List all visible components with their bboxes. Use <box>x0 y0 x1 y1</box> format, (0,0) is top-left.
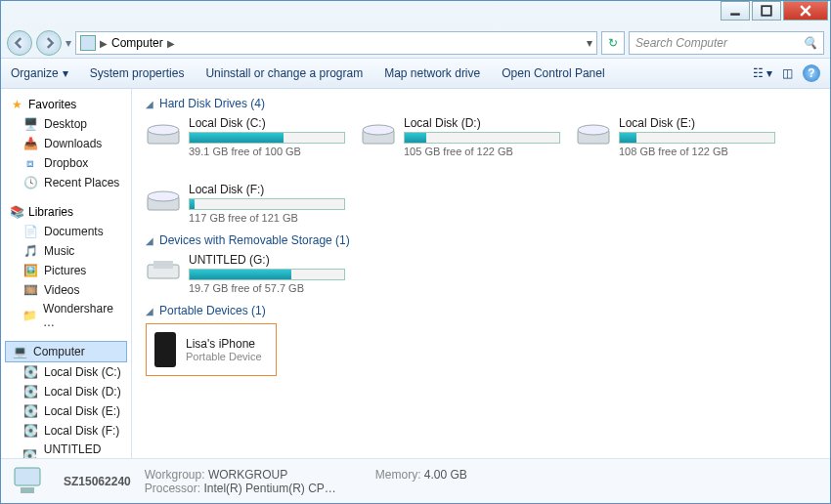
close-button[interactable] <box>783 1 828 21</box>
dropdown-icon[interactable]: ▾ <box>587 36 592 50</box>
sidebar: ★Favorites 🖥️Desktop 📥Downloads ⧈Dropbox… <box>1 89 132 458</box>
workgroup-label: Workgroup: <box>145 468 205 482</box>
group-hdd-header[interactable]: ◢Hard Disk Drives (4) <box>146 97 816 110</box>
sidebar-item-drive-g[interactable]: 💽UNTITLED (G:) <box>1 441 131 458</box>
organize-button[interactable]: Organize ▾ <box>11 66 68 80</box>
titlebar <box>1 1 830 28</box>
drive-free-text: 108 GB free of 122 GB <box>619 146 775 157</box>
sidebar-item-music[interactable]: 🎵Music <box>1 241 131 261</box>
portable-device-tile[interactable]: Lisa's iPhone Portable Device <box>146 323 277 376</box>
search-icon: 🔍 <box>803 36 817 50</box>
refresh-button[interactable]: ↻ <box>601 31 625 55</box>
computer-icon <box>11 464 50 499</box>
sidebar-item-drive-c[interactable]: 💽Local Disk (C:) <box>1 362 131 382</box>
sidebar-item-documents[interactable]: 📄Documents <box>1 222 131 241</box>
drive-tile[interactable]: Local Disk (C:) 39.1 GB free of 100 GB <box>146 116 331 157</box>
sidebar-item-drive-f[interactable]: 💽Local Disk (F:) <box>1 421 131 441</box>
sidebar-item-drive-d[interactable]: 💽Local Disk (D:) <box>1 382 131 401</box>
favorites-header[interactable]: ★Favorites <box>1 95 131 114</box>
drive-icon: 💽 <box>22 384 38 399</box>
folder-icon: 📁 <box>22 308 37 323</box>
drive-name: Local Disk (C:) <box>189 116 345 130</box>
iphone-icon <box>154 332 176 367</box>
maximize-button[interactable] <box>752 1 781 21</box>
back-button[interactable] <box>7 30 32 56</box>
status-bar: SZ15062240 Workgroup: WORKGROUP Processo… <box>1 458 830 503</box>
svg-rect-14 <box>15 468 40 485</box>
sidebar-item-dropbox[interactable]: ⧈Dropbox <box>1 153 131 173</box>
drive-icon <box>146 116 181 151</box>
sidebar-item-wondershare[interactable]: 📁Wondershare … <box>1 300 131 331</box>
group-portable-header[interactable]: ◢Portable Devices (1) <box>146 304 816 317</box>
content-pane: ◢Hard Disk Drives (4) Local Disk (C:) 39… <box>132 89 830 458</box>
drive-name: UNTITLED (G:) <box>189 253 345 267</box>
chevron-down-icon: ▾ <box>63 66 68 80</box>
svg-rect-1 <box>762 6 771 16</box>
computer-icon: 💻 <box>12 344 27 359</box>
drive-icon: 💽 <box>22 423 38 439</box>
drive-name: Local Disk (E:) <box>619 116 775 130</box>
memory-value: 4.00 GB <box>424 468 467 482</box>
svg-point-9 <box>578 125 609 135</box>
computer-icon <box>80 35 96 51</box>
drive-free-text: 117 GB free of 121 GB <box>189 212 345 224</box>
sidebar-item-recent[interactable]: 🕓Recent Places <box>1 173 131 192</box>
downloads-icon: 📥 <box>22 136 38 151</box>
drive-tile[interactable]: Local Disk (D:) 105 GB free of 122 GB <box>361 116 547 157</box>
system-properties-button[interactable]: System properties <box>90 66 185 80</box>
star-icon: ★ <box>9 97 24 112</box>
chevron-down-icon[interactable]: ▾ <box>66 36 71 50</box>
drive-icon <box>576 116 611 151</box>
chevron-right-icon: ▶ <box>100 38 108 49</box>
address-bar: ▾ ▶ Computer ▶ ▾ ↻ Search Computer 🔍 <box>1 28 830 58</box>
documents-icon: 📄 <box>22 224 38 239</box>
search-input[interactable]: Search Computer 🔍 <box>629 31 824 55</box>
dropbox-icon: ⧈ <box>22 155 38 171</box>
music-icon: 🎵 <box>22 243 38 259</box>
capacity-bar <box>404 132 560 144</box>
sidebar-item-drive-e[interactable]: 💽Local Disk (E:) <box>1 401 131 421</box>
help-icon[interactable]: ? <box>803 64 820 82</box>
breadcrumb-root[interactable]: Computer <box>111 36 163 50</box>
computer-name: SZ15062240 <box>64 475 131 488</box>
drive-icon: 💽 <box>22 364 38 380</box>
drive-icon: 💽 <box>22 403 38 419</box>
libraries-header[interactable]: 📚Libraries <box>1 202 131 222</box>
drive-free-text: 105 GB free of 122 GB <box>404 146 560 157</box>
drive-free-text: 39.1 GB free of 100 GB <box>189 146 345 157</box>
control-panel-button[interactable]: Open Control Panel <box>502 66 604 80</box>
capacity-bar <box>189 269 345 280</box>
collapse-icon: ◢ <box>146 306 153 316</box>
map-network-button[interactable]: Map network drive <box>384 66 480 80</box>
breadcrumb[interactable]: ▶ Computer ▶ ▾ <box>75 31 597 55</box>
uninstall-button[interactable]: Uninstall or change a program <box>205 66 363 80</box>
drive-icon <box>146 253 181 288</box>
view-options-icon[interactable]: ☷ ▾ <box>753 66 772 80</box>
drive-name: Local Disk (F:) <box>189 183 345 196</box>
collapse-icon: ◢ <box>146 99 153 109</box>
collapse-icon: ◢ <box>146 235 153 246</box>
toolbar: Organize ▾ System properties Uninstall o… <box>1 58 830 89</box>
workgroup-value: WORKGROUP <box>208 468 287 482</box>
processor-label: Processor: <box>145 482 200 495</box>
drive-tile[interactable]: Local Disk (E:) 108 GB free of 122 GB <box>576 116 762 157</box>
forward-button[interactable] <box>36 30 62 56</box>
processor-value: Intel(R) Pentium(R) CP… <box>203 482 335 495</box>
sidebar-item-videos[interactable]: 🎞️Videos <box>1 280 131 300</box>
drive-name: Local Disk (D:) <box>404 116 560 130</box>
chevron-right-icon: ▶ <box>167 38 175 49</box>
drive-tile[interactable]: Local Disk (F:) 117 GB free of 121 GB <box>146 183 331 224</box>
portable-device-type: Portable Device <box>186 351 262 362</box>
drive-icon <box>361 116 396 151</box>
svg-point-5 <box>148 125 179 135</box>
sidebar-item-computer[interactable]: 💻Computer <box>5 341 127 362</box>
preview-pane-icon[interactable]: ◫ <box>782 66 793 80</box>
sidebar-item-downloads[interactable]: 📥Downloads <box>1 134 131 153</box>
sidebar-item-desktop[interactable]: 🖥️Desktop <box>1 114 131 134</box>
group-removable-header[interactable]: ◢Devices with Removable Storage (1) <box>146 233 816 247</box>
minimize-button[interactable] <box>721 1 750 21</box>
drive-free-text: 19.7 GB free of 57.7 GB <box>189 282 345 294</box>
sidebar-item-pictures[interactable]: 🖼️Pictures <box>1 261 131 280</box>
portable-device-name: Lisa's iPhone <box>186 337 262 351</box>
drive-tile[interactable]: UNTITLED (G:) 19.7 GB free of 57.7 GB <box>146 253 331 294</box>
